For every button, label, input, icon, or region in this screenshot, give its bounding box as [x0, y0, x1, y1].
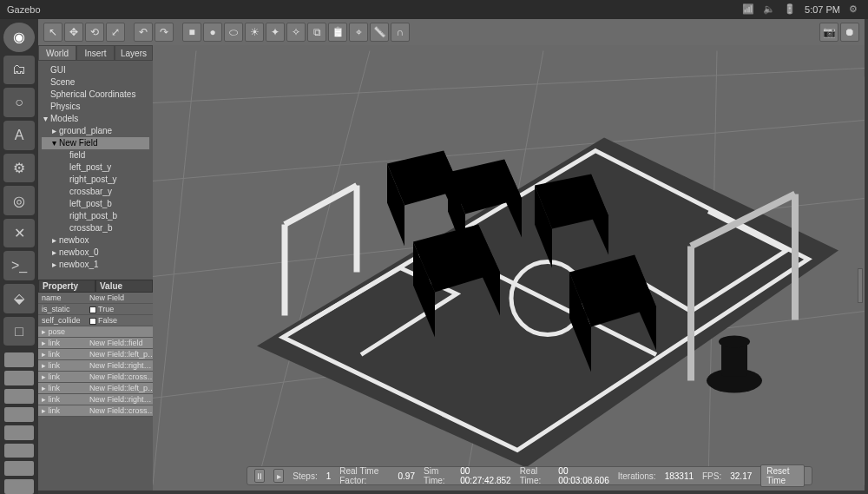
- tree-item[interactable]: left_post_b: [42, 198, 149, 210]
- drive-icon[interactable]: [4, 389, 34, 404]
- steps-label: Steps:: [293, 471, 317, 481]
- scene-tree[interactable]: GUISceneSpherical CoordinatesPhysics▾Mod…: [38, 61, 153, 274]
- measure-button[interactable]: 📏: [370, 23, 389, 42]
- undo-button[interactable]: ↶: [134, 23, 153, 42]
- property-row[interactable]: ▸ linkNew Field::left_p…: [38, 383, 153, 394]
- tree-item[interactable]: right_post_b: [42, 210, 149, 222]
- property-row[interactable]: nameNew Field: [38, 293, 153, 304]
- tree-item[interactable]: ▸ground_plane: [42, 125, 149, 137]
- panel-tabs: World Insert Layers: [38, 45, 153, 61]
- insert-sphere-button[interactable]: ●: [203, 23, 222, 42]
- property-grid[interactable]: Property Value nameNew Fieldis_staticTru…: [38, 280, 153, 417]
- drive-icon[interactable]: [4, 352, 34, 367]
- tree-item[interactable]: ▸newbox: [42, 234, 149, 247]
- robot: [707, 336, 762, 393]
- property-row[interactable]: ▸ linkNew Field::left_p…: [38, 349, 153, 360]
- system-menubar: Gazebo 📶 🔈 🔋 5:07 PM ⚙: [0, 0, 868, 19]
- left-panel: World Insert Layers GUISceneSpherical Co…: [38, 45, 153, 491]
- files-icon[interactable]: 🗂: [3, 56, 35, 85]
- tree-item[interactable]: ▸newbox_0: [42, 247, 149, 259]
- tab-insert[interactable]: Insert: [76, 45, 115, 61]
- tree-item[interactable]: ▸newbox_1: [42, 259, 149, 271]
- unity-launcher: ◉ 🗂 ○ A ⚙ ◎ ✕ >_ ⬙ □: [0, 19, 38, 494]
- redo-button[interactable]: ↷: [155, 23, 174, 42]
- insert-box-button[interactable]: ■: [182, 23, 201, 42]
- right-panel-handle[interactable]: [858, 268, 863, 303]
- tree-item[interactable]: Physics: [42, 101, 149, 113]
- iterations-value: 183311: [665, 471, 694, 481]
- tree-item[interactable]: GUI: [42, 64, 149, 76]
- terminal-icon[interactable]: >_: [3, 251, 35, 280]
- drive-icon[interactable]: [4, 461, 34, 476]
- pause-button[interactable]: ⏸: [254, 469, 265, 483]
- light-point-button[interactable]: ☀: [245, 23, 264, 42]
- property-row[interactable]: ▸ linkNew Field::cross…: [38, 372, 153, 383]
- scale-tool[interactable]: ⤢: [106, 23, 125, 42]
- property-row[interactable]: is_staticTrue: [38, 304, 153, 315]
- drive-icon[interactable]: [4, 425, 34, 440]
- record-button[interactable]: ⏺: [840, 23, 859, 42]
- tab-layers[interactable]: Layers: [115, 45, 153, 61]
- property-row[interactable]: ▸ linkNew Field::field: [38, 338, 153, 349]
- value-col: Value: [95, 280, 153, 293]
- gear-icon[interactable]: ⚙: [849, 3, 861, 16]
- step-button[interactable]: ▸: [273, 469, 284, 483]
- joint-button[interactable]: ∩: [391, 23, 410, 42]
- updates-icon[interactable]: A: [3, 121, 35, 150]
- rtf-value: 0.97: [398, 471, 415, 481]
- rtf-label: Real Time Factor:: [339, 466, 389, 485]
- tree-item[interactable]: crossbar_y: [42, 186, 149, 198]
- sim-time-label: Sim Time:: [424, 466, 451, 485]
- fps-value: 32.17: [730, 471, 752, 481]
- property-row[interactable]: ▸ linkNew Field::right…: [38, 394, 153, 405]
- property-row[interactable]: ▸ pose: [38, 326, 153, 338]
- copy-button[interactable]: ⧉: [307, 23, 326, 42]
- tree-item[interactable]: right_post_y: [42, 174, 149, 186]
- tree-item[interactable]: field: [42, 149, 149, 161]
- viewport-3d[interactable]: [153, 45, 865, 491]
- move-tool[interactable]: ✥: [64, 23, 83, 42]
- scene-render: [153, 45, 865, 491]
- drive-icon[interactable]: [4, 371, 34, 385]
- sound-icon[interactable]: 🔈: [763, 3, 775, 16]
- tree-item[interactable]: ▾Models: [42, 113, 149, 125]
- svg-line-5: [257, 51, 370, 485]
- reset-time-button[interactable]: Reset Time: [760, 464, 805, 487]
- app-icon[interactable]: ⬙: [3, 284, 35, 313]
- paste-button[interactable]: 📋: [328, 23, 347, 42]
- insert-cylinder-button[interactable]: ⬭: [224, 23, 243, 42]
- battery-icon[interactable]: 🔋: [784, 3, 796, 16]
- svg-point-36: [719, 336, 750, 348]
- light-spot-button[interactable]: ✧: [286, 23, 306, 42]
- tree-item[interactable]: left_post_y: [42, 161, 149, 174]
- gazebo-icon[interactable]: ◎: [3, 186, 35, 215]
- steps-value: 1: [326, 471, 332, 481]
- camera-button[interactable]: 📷: [819, 23, 838, 42]
- toolbar: ↖ ✥ ⟲ ⤢ ↶ ↷ ■ ● ⬭ ☀ ✦ ✧ ⧉ 📋 ⌖ 📏 ∩ 📷 ⏺: [38, 19, 865, 45]
- clock[interactable]: 5:07 PM: [805, 4, 840, 15]
- app2-icon[interactable]: □: [3, 317, 35, 346]
- tab-world[interactable]: World: [38, 45, 76, 61]
- vscode-icon[interactable]: ✕: [3, 219, 35, 248]
- firefox-icon[interactable]: ○: [3, 88, 35, 117]
- property-row[interactable]: ▸ linkNew Field::right…: [38, 360, 153, 372]
- settings-icon[interactable]: ⚙: [3, 154, 35, 183]
- light-dir-button[interactable]: ✦: [266, 23, 285, 42]
- drive-icon[interactable]: [4, 444, 34, 458]
- property-row[interactable]: ▸ linkNew Field::cross…: [38, 405, 153, 417]
- property-row[interactable]: self_collideFalse: [38, 315, 153, 326]
- tree-item[interactable]: crossbar_b: [42, 222, 149, 234]
- select-tool[interactable]: ↖: [43, 23, 62, 42]
- tree-item[interactable]: ▾New Field: [42, 137, 149, 149]
- ubuntu-icon[interactable]: ◉: [3, 23, 35, 52]
- trash-icon[interactable]: [4, 479, 34, 494]
- drive-icon[interactable]: [4, 407, 34, 422]
- tree-item[interactable]: Spherical Coordinates: [42, 89, 149, 101]
- svg-line-0: [153, 69, 865, 103]
- svg-line-15: [285, 186, 357, 225]
- tree-item[interactable]: Scene: [42, 76, 149, 89]
- rotate-tool[interactable]: ⟲: [85, 23, 104, 42]
- svg-line-4: [153, 51, 196, 485]
- network-icon[interactable]: 📶: [742, 3, 754, 16]
- snap-button[interactable]: ⌖: [349, 23, 368, 42]
